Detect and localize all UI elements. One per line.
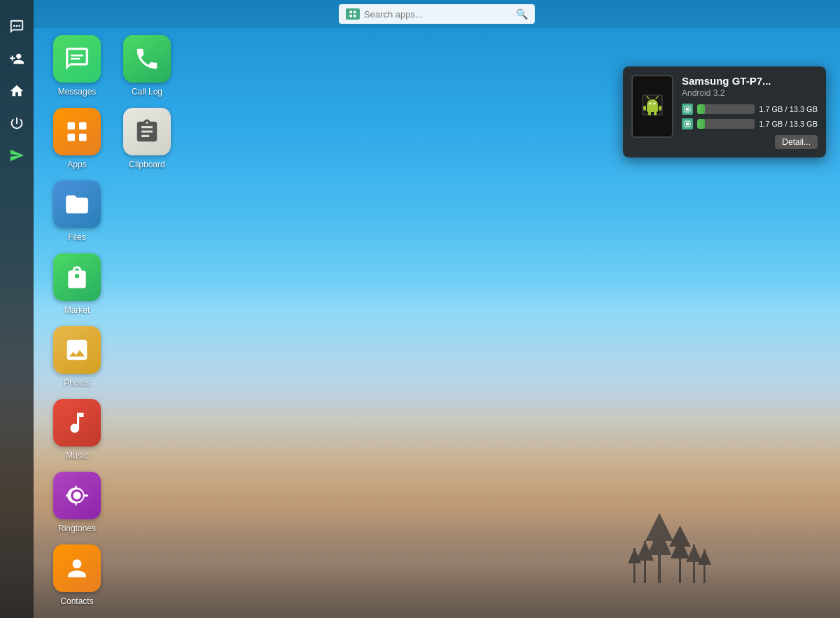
contacts-icon <box>53 545 101 592</box>
svg-marker-9 <box>686 545 702 562</box>
app-item-photos[interactable]: Photos <box>42 319 112 392</box>
app-item-calllog[interactable]: Call Log <box>112 28 182 101</box>
music-label: Music <box>66 451 88 461</box>
app-row-2: Apps Clipboard <box>42 101 182 174</box>
search-container: 🔍 <box>339 4 535 24</box>
app-item-files[interactable]: Files <box>42 174 112 246</box>
photos-icon <box>53 326 101 374</box>
storage-icon-2 <box>682 118 693 129</box>
svg-rect-40 <box>686 122 689 125</box>
app-item-music[interactable]: Music <box>42 392 112 465</box>
storage-bar-2: 1.7 GB / 13.3 GB <box>682 118 818 129</box>
apps-search-icon <box>346 8 360 20</box>
app-row-8: Contacts <box>42 538 182 610</box>
sidebar-item-chat[interactable] <box>4 14 29 39</box>
apps-label: Apps <box>67 160 86 169</box>
ringtones-label: Ringtones <box>58 524 96 533</box>
svg-rect-24 <box>79 134 87 141</box>
market-icon <box>53 253 101 301</box>
device-name: Samsung GT-P7... <box>682 75 818 87</box>
svg-point-15 <box>16 25 18 27</box>
app-item-clipboard[interactable]: Clipboard <box>112 101 182 174</box>
device-popup: Samsung GT-P7... Android 3.2 1.7 GB / 13… <box>623 66 826 157</box>
app-row-4: Market <box>42 246 182 319</box>
app-grid: Messages Call Log Apps Clipboard <box>42 28 182 610</box>
app-row-3: Files <box>42 174 182 246</box>
music-icon <box>53 399 101 447</box>
device-phone-image <box>631 75 673 138</box>
messages-label: Messages <box>58 87 97 97</box>
storage-row-1: 1.7 GB / 13.3 GB <box>682 104 818 115</box>
contacts-label: Contacts <box>60 596 93 606</box>
svg-rect-17 <box>350 11 353 14</box>
svg-marker-5 <box>669 526 691 547</box>
sidebar-item-send[interactable] <box>4 143 29 168</box>
app-item-messages[interactable]: Messages <box>42 28 112 101</box>
storage-bar-1: 1.7 GB / 13.3 GB <box>682 104 818 115</box>
search-magnifier-icon: 🔍 <box>516 8 528 20</box>
files-icon <box>53 181 101 228</box>
sidebar-item-home[interactable] <box>4 78 29 104</box>
svg-rect-34 <box>659 106 662 111</box>
apps-icon <box>53 108 101 155</box>
market-label: Market <box>64 305 90 315</box>
svg-rect-35 <box>648 111 651 115</box>
app-item-contacts[interactable]: Contacts <box>42 538 112 610</box>
svg-point-28 <box>650 103 652 105</box>
sidebar <box>0 0 34 618</box>
tree-silhouette <box>595 499 735 583</box>
svg-rect-19 <box>350 15 353 17</box>
svg-rect-18 <box>354 11 356 14</box>
svg-rect-20 <box>354 15 356 17</box>
svg-marker-2 <box>645 513 673 541</box>
calllog-label: Call Log <box>132 87 162 97</box>
storage-bar-fill-2 <box>697 119 705 129</box>
svg-rect-32 <box>647 106 658 112</box>
storage-bar-fill-1 <box>697 104 705 114</box>
svg-rect-33 <box>643 106 646 111</box>
svg-point-14 <box>13 25 15 27</box>
svg-point-16 <box>18 25 20 27</box>
clipboard-label: Clipboard <box>129 160 164 169</box>
search-input[interactable] <box>364 9 512 20</box>
svg-rect-38 <box>686 108 689 111</box>
messages-icon <box>53 35 101 83</box>
sidebar-item-power[interactable] <box>4 111 29 136</box>
storage-row-2: 1.7 GB / 13.3 GB <box>682 118 818 129</box>
app-row-5: Photos <box>42 319 182 392</box>
detail-button[interactable]: Detail... <box>775 135 818 149</box>
device-popup-inner: Samsung GT-P7... Android 3.2 1.7 GB / 13… <box>631 75 818 149</box>
device-os: Android 3.2 <box>682 88 818 98</box>
app-item-ringtones[interactable]: Ringtones <box>42 465 112 538</box>
app-row-1: Messages Call Log <box>42 28 182 101</box>
storage-bar-bg-2 <box>697 119 755 129</box>
svg-marker-13 <box>698 549 711 565</box>
app-item-apps[interactable]: Apps <box>42 101 112 174</box>
svg-rect-22 <box>79 122 87 130</box>
storage-text-1: 1.7 GB / 13.3 GB <box>759 105 818 113</box>
device-info: Samsung GT-P7... Android 3.2 1.7 GB / 13… <box>682 75 818 149</box>
topbar: 🔍 <box>34 0 840 28</box>
svg-rect-23 <box>68 134 76 141</box>
photos-label: Photos <box>64 378 90 388</box>
svg-rect-36 <box>654 111 657 115</box>
files-label: Files <box>68 232 85 242</box>
app-row-7: Ringtones <box>42 465 182 538</box>
app-row-6: Music <box>42 392 182 465</box>
clipboard-icon <box>123 108 171 155</box>
ringtones-icon <box>53 472 101 519</box>
storage-text-2: 1.7 GB / 13.3 GB <box>759 120 818 128</box>
storage-icon-1 <box>682 104 693 115</box>
storage-bar-bg-1 <box>697 104 755 114</box>
sidebar-item-add-contact[interactable] <box>4 46 29 71</box>
svg-point-29 <box>654 103 656 105</box>
app-item-market[interactable]: Market <box>42 246 112 319</box>
calllog-icon <box>123 35 171 83</box>
svg-rect-21 <box>68 122 76 130</box>
